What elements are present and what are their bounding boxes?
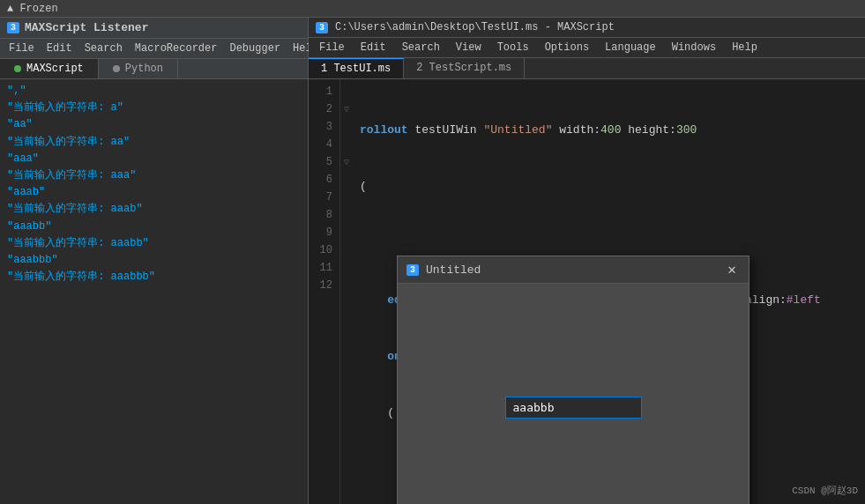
collapse-5[interactable]: ▽ (342, 153, 351, 171)
editor-icon: 3 (316, 22, 328, 33)
tab-maxscript[interactable]: MAXScript (0, 59, 99, 78)
top-bar: ▲ Frozen (0, 0, 865, 18)
editor-menu-view[interactable]: View (449, 40, 488, 56)
tab-maxscript-label: MAXScript (26, 63, 84, 75)
line-numbers: 12345 678910 1112 (309, 79, 340, 504)
menu-debugger[interactable]: Debugger (224, 41, 286, 56)
listener-menubar: File Edit Search MacroRecorder Debugger … (0, 39, 308, 59)
menu-file[interactable]: File (4, 41, 40, 56)
code-line-2: ( (360, 178, 858, 196)
dialog-icon: 3 (406, 264, 419, 276)
editor-titlebar: 3 C:\Users\admin\Desktop\TestUI.ms - MAX… (309, 18, 865, 38)
tab-testui[interactable]: 1 TestUI.ms (309, 58, 404, 78)
dialog-titlebar: 3 Untitled ✕ (398, 256, 749, 284)
editor-menu-search[interactable]: Search (395, 40, 447, 56)
list-item: "aaabbb" (7, 252, 301, 269)
list-item: "当前输入的字符串: aaab" (7, 201, 301, 218)
editor-menu-tools[interactable]: Tools (490, 40, 536, 56)
editor-panel: 3 C:\Users\admin\Desktop\TestUI.ms - MAX… (309, 18, 865, 504)
editor-menu-options[interactable]: Options (538, 40, 596, 56)
python-dot (113, 65, 120, 72)
editor-menu-windows[interactable]: Windows (665, 40, 723, 56)
list-item: "," (7, 83, 301, 100)
tab-python[interactable]: Python (99, 59, 178, 78)
list-item: "aaa" (7, 151, 301, 167)
dialog-edit-input[interactable] (505, 397, 642, 419)
list-item: "当前输入的字符串: aaa" (7, 167, 301, 184)
listener-output: "," "当前输入的字符串: a" "aa" "当前输入的字符串: aa" "a… (0, 79, 308, 504)
collapse-markers: ▽ ▽ (340, 79, 353, 504)
editor-menu-edit[interactable]: Edit (354, 40, 393, 56)
editor-menu-help[interactable]: Help (725, 40, 764, 56)
tab-testscript[interactable]: 2 TestScript.ms (404, 58, 525, 78)
listener-panel: 3 MAXScript Listener File Edit Search Ma… (0, 18, 309, 504)
listener-tabs: MAXScript Python (0, 59, 308, 79)
untitled-dialog: 3 Untitled ✕ (397, 256, 749, 504)
list-item: "当前输入的字符串: aa" (7, 134, 301, 151)
menu-search[interactable]: Search (79, 41, 128, 56)
collapse-2[interactable]: ▽ (342, 100, 351, 118)
dialog-close-button[interactable]: ✕ (724, 261, 740, 278)
tab-python-label: Python (125, 63, 163, 75)
list-item: "aaabb" (7, 219, 301, 235)
listener-title-text: MAXScript Listener (25, 21, 148, 34)
list-item: "当前输入的字符串: aaabbb" (7, 269, 301, 285)
editor-menu-file[interactable]: File (312, 40, 352, 56)
maxscript-dot (14, 65, 21, 72)
editor-tabs: 1 TestUI.ms 2 TestScript.ms (309, 58, 865, 79)
editor-menu-language[interactable]: Language (598, 40, 663, 56)
menu-macrorecorder[interactable]: MacroRecorder (130, 41, 223, 56)
editor-menubar: File Edit Search View Tools Options Lang… (309, 38, 865, 58)
listener-titlebar: 3 MAXScript Listener (0, 18, 308, 39)
editor-title-text: C:\Users\admin\Desktop\TestUI.ms - MAXSc… (335, 21, 615, 33)
list-item: "当前输入的字符串: a" (7, 100, 301, 116)
list-item: "aaab" (7, 184, 301, 201)
watermark: CSDN @阿赵3D (792, 484, 858, 497)
main-layout: 3 MAXScript Listener File Edit Search Ma… (0, 18, 865, 504)
menu-edit[interactable]: Edit (41, 41, 78, 56)
list-item: "aa" (7, 116, 301, 133)
list-item: "当前输入的字符串: aaabb" (7, 235, 301, 252)
code-line-3 (360, 235, 858, 253)
dialog-body (398, 284, 749, 504)
listener-icon: 3 (7, 22, 19, 33)
code-line-1: rollout testUIWin "Untitled" width:400 h… (360, 122, 858, 139)
dialog-title: Untitled (426, 263, 717, 277)
frozen-label: ▲ Frozen (7, 3, 58, 15)
code-editor: 12345 678910 1112 ▽ ▽ (309, 79, 865, 504)
